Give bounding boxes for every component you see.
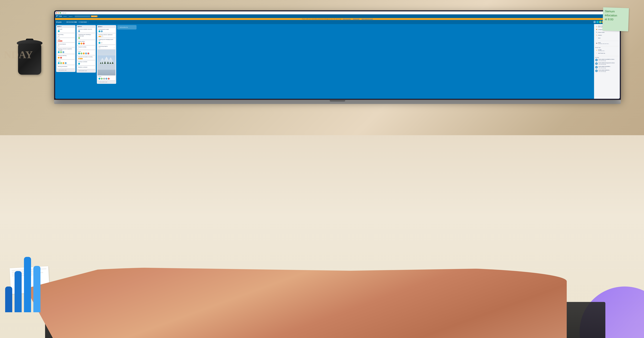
card-avatar-S: S — [60, 57, 62, 58]
activity-avatar-1: K — [595, 59, 598, 61]
add-list-button[interactable]: + Add another list — [117, 25, 136, 30]
activity-time-1: a few seconds ago — [598, 60, 614, 61]
sticky-note-text: Samumeducationat 8:00 — [604, 9, 627, 22]
board-lists-area: Sprint 1 Hiring QA A Bug hunting � — [55, 24, 594, 99]
laptop-base — [54, 100, 621, 104]
board-title[interactable]: Q1 goals — [56, 21, 62, 23]
card-organizing-team[interactable]: Organizing and motivating a project team… — [77, 33, 95, 40]
member-avatar-K[interactable]: K — [594, 21, 596, 23]
member-avatar-E[interactable]: E — [599, 21, 602, 23]
resend-email-link[interactable]: Resend email — [353, 18, 359, 20]
activity-item-1: K Karina added sorsofia601 to Demo a few… — [595, 59, 619, 61]
trello-logo: Trello — [56, 15, 62, 17]
right-panel: 📋 About This Add a descr... 🎨 Change Ba.… — [594, 24, 620, 99]
list-sprint3: Sprint 3 ··· Developing the budget A K — [97, 25, 116, 84]
search-icon: 🔍 — [596, 32, 598, 33]
maximize-dot[interactable] — [60, 12, 61, 14]
member-avatar-A[interactable]: A — [596, 21, 599, 23]
card-maintain-schedule[interactable]: Maintain a schedule — [77, 66, 95, 69]
card-demo-s2[interactable]: Demo A E J K S — [77, 50, 95, 55]
hands — [26, 267, 567, 338]
comment-count: 💬 1 — [58, 45, 60, 46]
sticky-note: Samumeducationat 8:00 — [602, 7, 629, 32]
card-avatar-A: A — [58, 30, 60, 32]
panel-stickers[interactable]: 🏷️ Stickers — [595, 34, 619, 36]
not-received-link[interactable]: Didn't receive the email? — [362, 18, 373, 20]
card-planning-campaign[interactable]: Planning customers acquisition campaign … — [57, 48, 75, 54]
activity-time-4: a few seconds ago — [598, 71, 610, 72]
card-resource-planning[interactable]: Resource planning J S — [57, 54, 75, 59]
card-stats[interactable]: Stats 🕐 28 Feb — [57, 38, 75, 42]
search-input[interactable] — [75, 16, 90, 17]
email-message: Please confirm your email address (lambe… — [302, 18, 342, 20]
card-bug-hunting[interactable]: Bug hunting 💬 # — [57, 33, 75, 37]
panel-more[interactable]: ⋯ More — [595, 37, 619, 39]
panel-butler[interactable]: 🤖 Butler Automate cards and more... — [595, 42, 619, 44]
card-test-features[interactable]: Test new features 💬 1 — [57, 43, 75, 47]
comment-count-4: 💬 5 — [98, 48, 100, 48]
sticker-icon: 🏷️ — [596, 34, 598, 36]
add-card-sprint3[interactable]: + Add another card — [98, 81, 116, 83]
comment-icon: 💬 # — [58, 36, 60, 37]
list-sprint3-title: Sprint 3 — [98, 26, 102, 27]
team-name[interactable]: ABC Dev Team Free — [66, 21, 77, 23]
list-menu-icon[interactable]: ··· — [114, 26, 116, 27]
activity-avatar-3: K — [595, 66, 598, 68]
card-customer-satisfaction[interactable]: Ensuring customer satisfaction Link 💬 1 — [98, 34, 116, 38]
panel-google-drive[interactable]: ⚡ Google Drive and more... — [595, 49, 619, 52]
card-determine-resources[interactable]: Determine available resources K — [77, 28, 95, 33]
list-sprint1: Sprint 1 Hiring QA A Bug hunting � — [56, 25, 76, 72]
card-avatar-E: E — [60, 51, 62, 53]
panel-search-cards[interactable]: 🔍 Search Cards — [595, 31, 619, 34]
new-stuff-button[interactable]: New stuff! — [91, 16, 98, 17]
card-avatar-J: J — [58, 57, 60, 58]
activity-text-1: Karina added sorsofia601 to Demo — [598, 59, 614, 60]
trello-app: Trello Boards Jump to... New stuff! 🔔 ⚙️… — [55, 14, 620, 99]
svg-rect-12 — [98, 64, 116, 70]
list-sprint2-title: Sprint 2 — [77, 26, 95, 27]
activity-time-2: a few seconds ago — [598, 64, 615, 65]
boards-nav[interactable]: Boards — [63, 16, 67, 17]
activity-text-2: Karina added jeremyosm3 to Demo — [598, 62, 615, 64]
card-developing-budget[interactable]: Developing the budget A K — [98, 28, 116, 33]
trello-topbar: Trello Boards Jump to... New stuff! 🔔 ⚙️… — [55, 14, 620, 18]
card-demo-s3[interactable]: Demo A E 2 K S — [98, 76, 116, 80]
card-develop-schedule[interactable]: Develop a schedule A — [77, 60, 95, 65]
card-hiring-qa[interactable]: Hiring QA A — [57, 28, 75, 33]
blue-bars-decoration — [0, 257, 46, 312]
day-text: NDAY — [4, 49, 33, 61]
check-inbox-link[interactable]: Check your inbox — [343, 18, 351, 20]
board-header: Q1 goals ☆ ABC Dev Team Free 👥 Team Visi… — [55, 20, 620, 24]
card-avatar-K: K — [62, 51, 64, 53]
card-sequence-activity[interactable]: Sequence activity P — [77, 46, 95, 50]
more-icon: ⋯ — [596, 37, 598, 39]
jump-to-nav[interactable]: Jump to... — [68, 16, 74, 17]
laptop-screen: trello.com ⬅ ➡ ↻ Trello — [54, 10, 621, 100]
list-sprint2: Sprint 2 Determine available resources K… — [76, 25, 96, 72]
screen-content: trello.com ⬅ ➡ ↻ Trello — [55, 11, 620, 99]
panel-section-activity: Activity K Karina added sorsofia601 to D… — [595, 57, 619, 72]
card-demo-s1[interactable]: Demo A E J K — [57, 60, 75, 65]
email-confirmation-bar: Please confirm your email address (lambe… — [55, 18, 620, 20]
google-icon: ⚡ — [596, 49, 598, 51]
minimize-dot[interactable] — [58, 12, 59, 14]
panel-section-powerups: Power-Ups ⚡ Google Drive and more... + — [595, 47, 619, 54]
card-avatar-A2: A — [58, 51, 60, 53]
close-dot[interactable] — [56, 12, 57, 14]
card-define-activity[interactable]: Define activity A J S — [77, 40, 95, 45]
team-visibility[interactable]: 👥 Team Visible — [78, 21, 87, 23]
card-backlog[interactable]: Backlog prioritization — [57, 65, 75, 68]
panel-add-powerup[interactable]: + Add Power-Up... — [595, 52, 619, 54]
add-card-sprint1[interactable]: + Add another card — [57, 69, 75, 71]
activity-item-3: K Karina added #ew29058 t... a few secon… — [595, 66, 619, 68]
powerups-title: Power-Ups — [595, 47, 619, 48]
date-badge-orange: 🕐 28 Feb — [78, 58, 83, 59]
date-badge: 🕐 28 Feb — [58, 40, 62, 42]
card-project-risk[interactable]: Analyzing and managing project risk A 💬 … — [98, 38, 116, 44]
browser-url-bar[interactable]: trello.com — [62, 12, 614, 14]
card-estimate-duration[interactable]: Estimate the duration of activity 🕐 28 F… — [77, 56, 95, 60]
add-card-sprint2[interactable]: + Add another card — [77, 70, 95, 72]
label-badge: Link — [98, 36, 101, 37]
card-monitoring-progress[interactable]: Monitoring progress 💬 5 E — [98, 45, 116, 49]
star-icon[interactable]: ☆ — [62, 21, 64, 23]
